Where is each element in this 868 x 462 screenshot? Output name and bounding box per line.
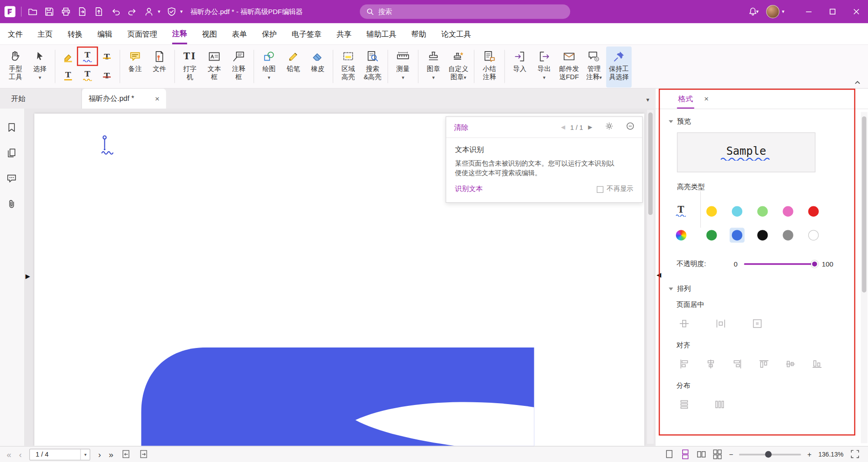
- squiggly-underline-tool-button[interactable]: T: [78, 48, 97, 66]
- align-right-icon[interactable]: [731, 358, 744, 370]
- manage-comments-dropdown-icon[interactable]: ▾: [599, 75, 602, 80]
- custom-stamp-dropdown-icon[interactable]: ▾: [464, 75, 467, 80]
- opacity-slider-handle[interactable]: [811, 261, 818, 268]
- pages-panel-icon[interactable]: [6, 148, 18, 160]
- panel-scrollbar-thumb[interactable]: [862, 116, 867, 292]
- distribute-horizontally-icon[interactable]: [713, 398, 726, 410]
- search-highlight-button[interactable]: 搜索&高亮: [360, 47, 385, 88]
- attachments-panel-icon[interactable]: [6, 198, 18, 210]
- color-swatch-pink[interactable]: [783, 206, 793, 217]
- distribute-vertically-icon[interactable]: [678, 398, 690, 410]
- align-vertical-middle-icon[interactable]: [784, 358, 797, 370]
- tab-comment[interactable]: 注释: [172, 24, 187, 44]
- share-document-icon[interactable]: [94, 6, 104, 17]
- textbox-button[interactable]: 文本框: [202, 47, 226, 88]
- align-horizontal-center-icon[interactable]: [705, 358, 717, 370]
- format-panel-close-icon[interactable]: ×: [704, 94, 709, 103]
- color-swatch-white[interactable]: [808, 230, 819, 240]
- color-swatch-yellow[interactable]: [706, 206, 717, 217]
- color-swatch-black[interactable]: [757, 230, 768, 240]
- page-number-box[interactable]: 1 / 4 ▾: [29, 448, 90, 460]
- export-comments-button[interactable]: 导出▾: [532, 47, 557, 88]
- start-tab[interactable]: 开始: [0, 89, 82, 109]
- align-top-icon[interactable]: [758, 358, 770, 370]
- save-icon[interactable]: [44, 6, 55, 17]
- tab-accessibility[interactable]: 辅助工具: [367, 24, 396, 43]
- bell-dropdown-icon[interactable]: ▾: [756, 9, 759, 14]
- export-document-icon[interactable]: [77, 6, 88, 17]
- quick-access-dropdown-icon[interactable]: ▾: [158, 9, 160, 14]
- wavy-underline-tool-button[interactable]: T: [78, 67, 97, 85]
- tab-organize[interactable]: 页面管理: [127, 24, 157, 43]
- collapse-ribbon-icon[interactable]: [854, 78, 863, 86]
- previous-page-icon[interactable]: ‹: [19, 450, 22, 458]
- close-button[interactable]: [844, 0, 868, 23]
- search-box[interactable]: [360, 5, 570, 19]
- summarize-comments-button[interactable]: 小结注释: [477, 47, 502, 88]
- area-highlight-button[interactable]: 区域高亮: [336, 47, 360, 88]
- undo-icon[interactable]: [110, 6, 121, 17]
- color-swatch-blue-selected[interactable]: [730, 228, 745, 243]
- stamp-button[interactable]: 图章▾: [421, 47, 446, 88]
- panel-collapse-icon[interactable]: ◀: [656, 271, 661, 279]
- color-swatch-green[interactable]: [706, 230, 717, 240]
- select-dropdown-icon[interactable]: ▾: [38, 75, 41, 80]
- select-tool-button[interactable]: 选择▾: [28, 47, 52, 88]
- custom-color-wheel[interactable]: [675, 230, 686, 240]
- document-scrollbar[interactable]: [647, 110, 654, 443]
- tab-share[interactable]: 共享: [336, 24, 351, 43]
- callout-button[interactable]: 注释框: [226, 47, 251, 88]
- sidebar-expand-icon[interactable]: ▶: [25, 272, 30, 280]
- squiggly-tool-style-icon[interactable]: T: [670, 206, 692, 217]
- protect-dropdown-icon[interactable]: ▾: [180, 9, 183, 14]
- recognize-text-link[interactable]: 识别文本: [455, 185, 483, 194]
- zoom-in-icon[interactable]: +: [807, 451, 811, 458]
- hand-tool-button[interactable]: 手型工具: [3, 47, 28, 88]
- tab-form[interactable]: 表单: [232, 24, 247, 43]
- next-view-icon[interactable]: [139, 449, 149, 459]
- underline-tool-button[interactable]: T: [59, 67, 78, 85]
- attach-file-button[interactable]: 文件: [147, 47, 172, 88]
- last-page-icon[interactable]: »: [108, 450, 113, 458]
- protect-check-icon[interactable]: [166, 6, 177, 17]
- opacity-slider[interactable]: [744, 263, 815, 265]
- stamp-dropdown-icon[interactable]: ▾: [432, 75, 435, 80]
- panel-scrollbar[interactable]: [861, 112, 868, 443]
- highlight-tool-button[interactable]: [59, 48, 78, 66]
- typewriter-button[interactable]: TI 打字机: [178, 47, 202, 88]
- continuous-view-icon[interactable]: [681, 449, 691, 459]
- maximize-button[interactable]: [821, 0, 844, 23]
- clear-notifications-link[interactable]: 清除: [454, 122, 468, 132]
- color-swatch-lightgreen[interactable]: [757, 206, 768, 217]
- tab-file[interactable]: 文件: [8, 24, 23, 43]
- bookmarks-panel-icon[interactable]: [6, 122, 18, 134]
- measure-button[interactable]: 测量▾: [391, 47, 415, 88]
- color-swatch-cyan[interactable]: [732, 206, 742, 217]
- pdf-page[interactable]: 清除 ◀ 1 / 1 ▶ 文本识别: [34, 114, 644, 446]
- next-page-icon[interactable]: ›: [98, 450, 101, 458]
- redo-icon[interactable]: [127, 6, 137, 17]
- pencil-button[interactable]: 铅笔: [281, 47, 306, 88]
- document-tab-active[interactable]: 福昕办公.pdf * ×: [82, 89, 166, 109]
- tab-convert[interactable]: 转换: [67, 24, 82, 43]
- open-file-icon[interactable]: [27, 6, 38, 17]
- comments-panel-icon[interactable]: [6, 173, 18, 185]
- tab-thesis-tools[interactable]: 论文工具: [441, 24, 471, 43]
- document-scrollbar-thumb[interactable]: [648, 113, 653, 215]
- strikeout-tool-button[interactable]: T: [98, 48, 117, 66]
- center-horizontally-icon[interactable]: [678, 318, 690, 330]
- arrange-section-header[interactable]: 排列: [656, 284, 868, 294]
- email-fdf-button[interactable]: 邮件发送FDF: [557, 47, 582, 88]
- tab-close-icon[interactable]: ×: [153, 94, 162, 103]
- zoom-slider-handle[interactable]: [765, 451, 772, 457]
- center-vertically-icon[interactable]: [715, 318, 727, 330]
- tab-list-dropdown-icon[interactable]: ▾: [646, 96, 650, 104]
- notification-next-icon[interactable]: ▶: [588, 124, 592, 130]
- fullscreen-icon[interactable]: [850, 449, 860, 459]
- foxit-logo[interactable]: [5, 6, 15, 17]
- notification-settings-icon[interactable]: [605, 122, 613, 132]
- document-viewport[interactable]: ▶ 清除 ◀ 1 / 1 ▶: [25, 109, 655, 446]
- dont-show-again-checkbox[interactable]: [597, 186, 604, 193]
- tab-esign[interactable]: 电子签章: [292, 24, 321, 43]
- import-comments-button[interactable]: 导入: [508, 47, 532, 88]
